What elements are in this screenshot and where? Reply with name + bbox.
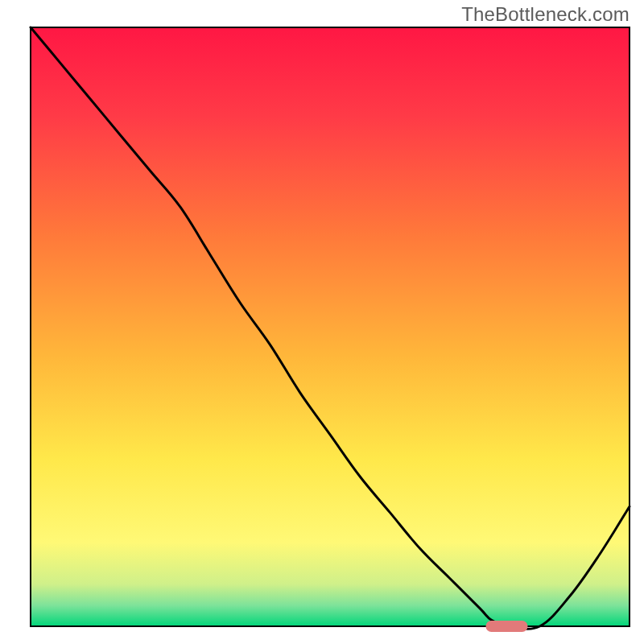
bottleneck-chart [0, 0, 644, 644]
optimum-marker [485, 621, 527, 632]
chart-container: TheBottleneck.com [0, 0, 644, 644]
plot-background [31, 27, 630, 626]
